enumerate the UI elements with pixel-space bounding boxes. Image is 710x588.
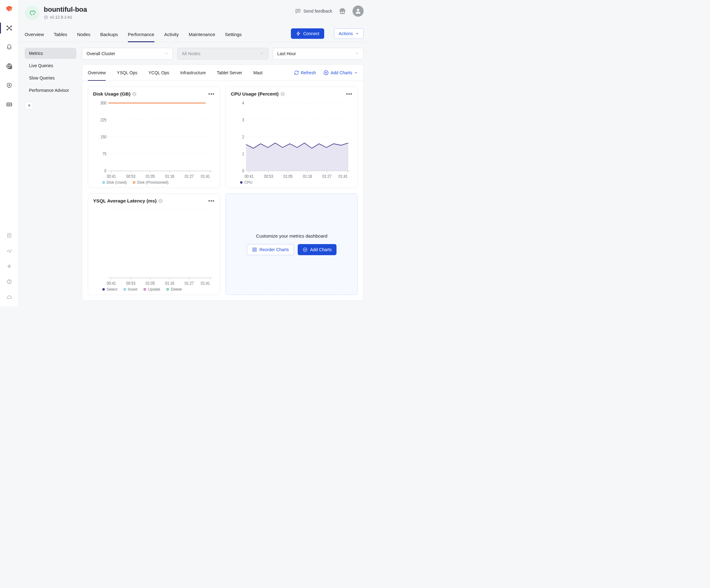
metric-tabs: Overview YSQL Ops YCQL Ops Infrastructur… xyxy=(82,65,363,81)
tab-overview[interactable]: Overview xyxy=(25,29,44,42)
svg-text:01:41: 01:41 xyxy=(201,280,210,285)
nav-activity-icon[interactable] xyxy=(4,246,14,256)
chevron-down-icon xyxy=(165,51,168,56)
info-icon[interactable]: i xyxy=(158,199,163,203)
svg-point-30 xyxy=(357,9,359,11)
user-avatar[interactable] xyxy=(353,5,364,17)
customize-msg: Customize your metrics dashboard xyxy=(256,233,328,238)
customize-card: Customize your metrics dashboard Reorder… xyxy=(226,193,358,295)
svg-rect-20 xyxy=(9,265,9,266)
svg-text:1: 1 xyxy=(242,151,244,157)
svg-point-13 xyxy=(8,104,9,105)
svg-text:300: 300 xyxy=(100,100,106,106)
mtab-ysql-ops[interactable]: YSQL Ops xyxy=(117,65,137,81)
main: bountiful-boa v2.12.9.1-b1 Send feedback… xyxy=(19,0,370,306)
tab-performance[interactable]: Performance xyxy=(128,29,155,42)
version-label: v2.12.9.1-b1 xyxy=(44,15,87,19)
svg-point-11 xyxy=(9,85,9,86)
svg-point-2 xyxy=(10,26,11,27)
chart-legend: Select Insert Update Delete xyxy=(93,285,215,291)
svg-text:00:41: 00:41 xyxy=(244,173,254,179)
app-logo xyxy=(5,4,14,14)
nav-network-icon[interactable] xyxy=(4,61,14,71)
nav-slack-icon[interactable] xyxy=(4,261,14,271)
svg-text:01:27: 01:27 xyxy=(322,173,332,179)
actions-button[interactable]: Actions xyxy=(334,28,364,39)
svg-text:01:05: 01:05 xyxy=(146,280,155,285)
mtab-infrastructure[interactable]: Infrastructure xyxy=(180,65,206,81)
top-tabs: Overview Tables Nodes Backups Performanc… xyxy=(19,28,370,42)
svg-text:00:53: 00:53 xyxy=(126,173,136,179)
metrics-panel: Overview YSQL Ops YCQL Ops Infrastructur… xyxy=(82,64,364,301)
svg-text:00:41: 00:41 xyxy=(106,280,116,285)
nav-rail xyxy=(0,0,19,306)
tab-tables[interactable]: Tables xyxy=(54,29,67,42)
connect-button[interactable]: Connect xyxy=(291,28,324,39)
info-icon[interactable]: i xyxy=(132,92,137,96)
reorder-charts-button[interactable]: Reorder Charts xyxy=(247,244,294,255)
nav-cloud-icon[interactable] xyxy=(4,292,14,302)
svg-rect-95 xyxy=(253,250,254,252)
tab-backups[interactable]: Backups xyxy=(100,29,118,42)
svg-rect-94 xyxy=(255,248,256,249)
svg-rect-96 xyxy=(255,250,256,252)
sidebar-item-live-queries[interactable]: Live Queries xyxy=(25,60,76,71)
mtab-tablet-server[interactable]: Tablet Server xyxy=(217,65,242,81)
scope-select[interactable]: Overall Cluster xyxy=(82,48,173,60)
nav-docs-icon[interactable] xyxy=(4,231,14,240)
mtab-ycql-ops[interactable]: YCQL Ops xyxy=(148,65,169,81)
info-icon[interactable]: i xyxy=(280,92,285,96)
collapse-sidebar-button[interactable] xyxy=(25,101,33,110)
gift-icon[interactable] xyxy=(339,8,346,15)
svg-point-0 xyxy=(8,27,9,29)
svg-point-4 xyxy=(10,29,11,30)
svg-text:150: 150 xyxy=(100,134,106,140)
nodes-select: All Nodes xyxy=(177,48,268,60)
svg-line-8 xyxy=(9,29,10,29)
nav-security-icon[interactable] xyxy=(4,80,14,90)
svg-text:2: 2 xyxy=(242,134,244,140)
tab-maintenance[interactable]: Maintenance xyxy=(189,29,215,42)
add-charts-button-solid[interactable]: Add Charts xyxy=(298,244,336,255)
tab-nodes[interactable]: Nodes xyxy=(77,29,90,42)
svg-text:01:41: 01:41 xyxy=(201,173,210,179)
cluster-avatar xyxy=(25,5,40,20)
nav-help-icon[interactable] xyxy=(4,277,14,287)
chart-legend: CPU xyxy=(231,179,353,185)
sidebar-item-slow-queries[interactable]: Slow Queries xyxy=(25,72,76,84)
svg-text:01:16: 01:16 xyxy=(303,173,312,179)
page-header: bountiful-boa v2.12.9.1-b1 Send feedback xyxy=(19,0,370,20)
refresh-button[interactable]: Refresh xyxy=(294,70,316,75)
nav-alerts-icon[interactable] xyxy=(4,42,14,52)
range-select[interactable]: Last Hour xyxy=(273,48,364,60)
mtab-master-server[interactable]: Master Server xyxy=(253,65,263,81)
add-charts-button[interactable]: Add Charts xyxy=(323,70,358,75)
svg-rect-19 xyxy=(9,266,11,267)
chart-ysql-latency: YSQL Average Latency (ms) i ••• xyxy=(88,193,220,295)
tab-settings[interactable]: Settings xyxy=(225,29,242,42)
chart-disk-usage: Disk Usage (GB) i ••• 300 xyxy=(88,87,220,188)
svg-line-6 xyxy=(9,26,10,27)
tab-activity[interactable]: Activity xyxy=(164,29,179,42)
filter-row: Overall Cluster All Nodes Last Hour xyxy=(82,48,364,60)
chevron-down-icon xyxy=(355,51,359,56)
svg-text:0: 0 xyxy=(242,168,244,173)
chart-menu-button[interactable]: ••• xyxy=(346,92,353,96)
sidebar-item-metrics[interactable]: Metrics xyxy=(25,48,76,59)
send-feedback-link[interactable]: Send feedback xyxy=(295,8,332,14)
svg-text:0: 0 xyxy=(104,168,106,173)
chart-menu-button[interactable]: ••• xyxy=(208,198,215,204)
svg-text:00:41: 00:41 xyxy=(106,173,116,179)
svg-text:01:27: 01:27 xyxy=(185,280,194,285)
perf-sidebar: Metrics Live Queries Slow Queries Perfor… xyxy=(25,48,76,301)
sidebar-item-perf-advisor[interactable]: Performance Advisor xyxy=(25,85,76,96)
mtab-overview[interactable]: Overview xyxy=(88,65,106,81)
svg-text:00:53: 00:53 xyxy=(126,280,136,285)
chart-menu-button[interactable]: ••• xyxy=(208,92,215,96)
chart-legend: Disk (Used) Disk (Provisioned) xyxy=(93,179,215,185)
chevron-down-icon xyxy=(260,51,264,56)
nav-billing-icon[interactable] xyxy=(4,99,14,110)
nav-clusters-icon[interactable] xyxy=(4,23,14,33)
svg-point-24 xyxy=(44,16,47,17)
svg-text:01:41: 01:41 xyxy=(339,173,348,179)
